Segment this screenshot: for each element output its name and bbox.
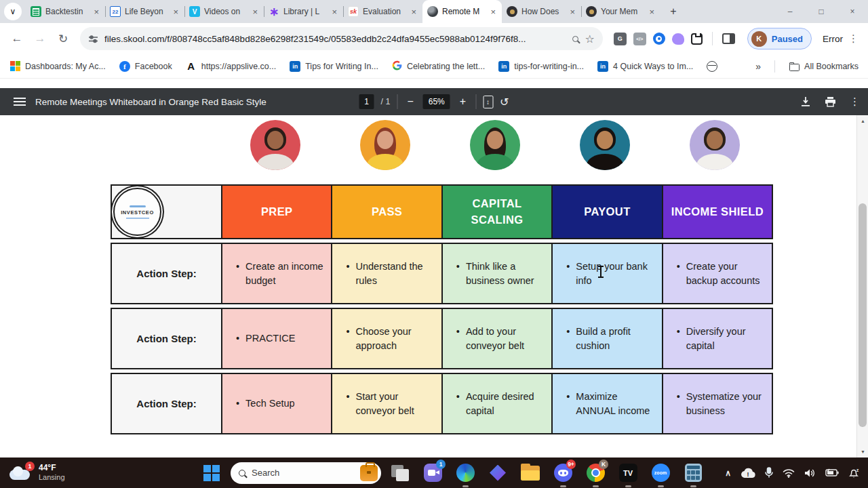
forward-button[interactable]: → [30,28,50,49]
scroll-up-icon[interactable]: ▲ [857,115,868,127]
clipboard-extension-icon[interactable] [691,33,703,45]
tradingview-button[interactable]: TV [614,458,642,488]
code-extension-icon[interactable]: </> [633,33,646,45]
all-bookmarks-button[interactable]: All Bookmarks [789,61,859,72]
g-extension-icon[interactable]: G [614,33,627,45]
volume-icon[interactable] [804,468,816,478]
tab-close-icon[interactable]: × [568,7,576,17]
tab-close-icon[interactable]: × [489,7,497,17]
cell-text: Create an income budget [245,260,324,287]
taskbar-search[interactable]: Search [231,462,381,484]
table-header-row: INVESTCEO PREP PASS CAPITAL SCALING PAYO… [111,184,773,239]
table-cell: •Acquire desired capital [441,374,551,433]
notification-bell-icon[interactable]: z [848,468,860,479]
tab-library[interactable]: ∗ Library | L × [264,0,343,23]
bookmark-label: 4 Quick Ways to Im... [613,62,693,71]
side-panel-icon[interactable] [722,33,735,44]
rotate-icon[interactable]: ↺ [500,96,509,108]
avatar [580,120,630,170]
microsoft-365-button[interactable] [484,458,511,488]
new-tab-button[interactable]: + [665,3,682,20]
zoom-button[interactable]: zoom [647,458,674,488]
bookmark-tips-slug[interactable]: in tips-for-writing-in... [498,61,584,72]
discord-button[interactable]: 9+ [549,458,576,488]
menu-icon[interactable] [14,98,26,106]
tab-remote-meetings-active[interactable]: Remote M × [422,0,502,23]
teams-chat-button[interactable]: 1 [419,458,446,488]
reload-button[interactable]: ↻ [53,28,73,49]
table-row: Action Step: •Tech Setup •Start your con… [111,373,773,434]
tab-close-icon[interactable]: × [648,7,656,17]
tab-close-icon[interactable]: × [330,7,338,17]
url-text[interactable]: files.skool.com/f/808748cc5af848bd828e62… [104,34,566,44]
zoom-app-icon: zoom [652,464,670,482]
download-icon[interactable] [800,96,811,107]
page-number-input[interactable]: 1 [359,94,374,109]
divider [712,32,713,45]
zoom-out-button[interactable]: − [404,96,416,108]
print-icon[interactable] [825,96,836,107]
temperature-label: 44°F [39,463,65,473]
weather-widget[interactable]: 1 44°F Lansing [9,463,65,483]
bookmark-facebook[interactable]: f Facebook [119,61,172,72]
tab-evaluation[interactable]: sk Evaluation × [343,0,422,23]
bookmarks-overflow-icon[interactable]: » [755,61,761,72]
site-settings-icon[interactable] [88,34,98,44]
bookmark-dashboards[interactable]: Dashboards: My Ac... [9,61,106,72]
tab-how-does[interactable]: How Does × [502,0,581,23]
table-cell: •Understand the rules [331,244,441,303]
tab-backtesting[interactable]: Backtestin × [26,0,105,23]
briefcase-icon [360,465,378,481]
tab-your-membership[interactable]: Your Mem × [581,0,660,23]
bookmark-label: Celebrating the lett... [407,62,485,71]
bookmark-tips-writing[interactable]: in Tips for Writing In... [290,61,378,72]
browser-menu-icon[interactable]: ⋮ [848,33,859,45]
wifi-icon[interactable] [783,468,795,478]
ghost-extension-icon[interactable] [672,33,684,45]
tab-close-icon[interactable]: × [172,7,180,17]
onedrive-alert-icon[interactable]: ! [741,468,755,479]
fit-page-icon[interactable]: ↕ [483,96,493,108]
sync-paused-chip[interactable]: K Paused [747,28,812,49]
hidden-icons-chevron[interactable]: ∧ [725,468,731,478]
zoom-in-button[interactable]: + [457,96,469,108]
tab-close-icon[interactable]: × [251,7,259,17]
zoom-page-icon[interactable] [572,36,578,42]
column-header-payout: PAYOUT [551,186,661,238]
bookmark-star-icon[interactable]: ☆ [585,33,594,45]
maximize-button[interactable]: □ [806,0,837,23]
bookmark-celebrating[interactable]: Celebrating the lett... [392,60,485,73]
battery-icon[interactable] [825,468,839,477]
minimize-button[interactable]: – [774,0,806,23]
file-explorer-button[interactable] [517,458,544,488]
tab-close-icon[interactable]: × [410,7,418,17]
bookmark-quick-ways[interactable]: in 4 Quick Ways to Im... [597,61,693,72]
scrollbar-thumb[interactable] [859,203,867,427]
task-view-button[interactable] [387,458,414,488]
bookmark-globe[interactable] [707,61,717,72]
cell-text: Acquire desired capital [466,390,545,418]
target-extension-icon[interactable] [653,33,665,45]
address-bar[interactable]: files.skool.com/f/808748cc5af848bd828e62… [80,27,603,50]
close-button[interactable]: × [837,0,868,23]
scroll-down-icon[interactable]: ▼ [857,446,868,458]
chrome-button[interactable]: K [582,458,609,488]
bookmark-label: https://appslive.co... [201,62,276,71]
start-button[interactable] [198,460,225,487]
back-button[interactable]: ← [7,28,27,49]
pdf-more-icon[interactable]: ⋮ [850,96,860,108]
calculator-button[interactable] [679,458,707,488]
microphone-icon[interactable] [765,467,773,479]
table-cell: •Create an income budget [221,244,331,303]
search-icon [239,470,245,476]
tab-videos[interactable]: V Videos on × [184,0,264,23]
zoom-level-input[interactable]: 65% [423,94,450,109]
tab-life-beyond[interactable]: 22 Life Beyon × [105,0,184,23]
tab-close-icon[interactable]: × [92,7,100,17]
bookmark-appslive[interactable]: A https://appslive.co... [186,61,276,72]
vimeo-icon: V [189,6,200,17]
error-menu[interactable]: Error ⋮ [820,33,861,45]
vertical-scrollbar[interactable]: ▲ ▼ [856,115,868,458]
tab-search-button[interactable]: ∨ [4,3,22,20]
edge-button[interactable] [452,458,479,488]
